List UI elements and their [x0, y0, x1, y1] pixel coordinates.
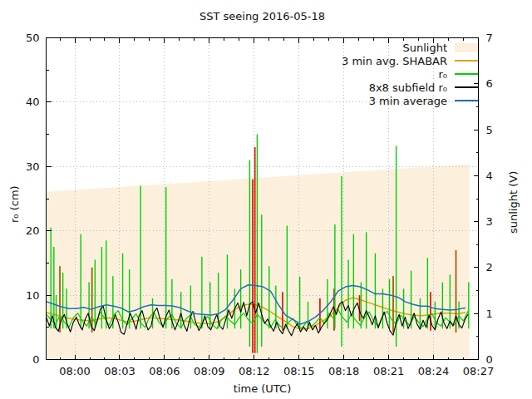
legend-label-r0: r₀ — [438, 68, 447, 81]
y-right-tick-label: 0 — [486, 353, 493, 366]
legend-label-shabar: 3 min avg. SHABAR — [342, 55, 447, 67]
legend-entry-sunlight: Sunlight — [342, 41, 478, 54]
x-tick-label: 08:12 — [239, 365, 269, 377]
legend: Sunlight 3 min avg. SHABAR r₀ 8x8 subfie… — [342, 41, 478, 107]
legend-swatch-subfield-r0 — [455, 86, 478, 88]
x-tick-label: 08:03 — [104, 365, 135, 377]
x-tick-label: 08:00 — [59, 365, 90, 377]
y-right-tick-label: 1 — [486, 308, 493, 320]
y-left-tick-label: 20 — [26, 224, 40, 237]
y-left-tick-label: 0 — [32, 353, 39, 366]
legend-swatch-3min-average — [455, 100, 478, 101]
legend-entry-subfield-r0: 8x8 subfield r₀ — [342, 81, 478, 94]
legend-swatch-shabar — [455, 60, 478, 62]
x-axis-label: time (UTC) — [0, 382, 525, 395]
y-right-tick-label: 3 — [486, 215, 493, 228]
legend-swatch-sunlight — [455, 43, 478, 52]
y-left-tick-label: 50 — [26, 32, 40, 44]
x-tick-label: 08:24 — [418, 365, 449, 377]
y-right-tick-label: 5 — [486, 124, 493, 136]
y-right-tick-label: 2 — [486, 261, 493, 273]
legend-entry-3min-average: 3 min average — [342, 94, 478, 107]
x-tick-label: 08:18 — [328, 365, 359, 377]
y-axis-label-right: sunlight (V) — [507, 171, 520, 234]
seeing-chart-figure: 08:0008:0308:0608:0908:1208:1508:1808:21… — [0, 0, 532, 399]
sunlight-area — [47, 165, 470, 360]
legend-swatch-r0 — [455, 73, 478, 75]
legend-entry-r0: r₀ — [342, 67, 478, 81]
y-left-tick-label: 10 — [26, 289, 40, 302]
legend-entry-shabar: 3 min avg. SHABAR — [342, 54, 478, 67]
legend-label-sunlight: Sunlight — [402, 42, 447, 54]
y-right-tick-label: 4 — [486, 170, 493, 182]
x-tick-label: 08:15 — [283, 365, 314, 377]
y-left-tick-label: 30 — [26, 160, 40, 173]
x-tick-label: 08:09 — [194, 365, 224, 377]
y-right-tick-label: 7 — [486, 32, 493, 44]
x-tick-label: 08:27 — [463, 365, 494, 377]
y-left-tick-label: 40 — [26, 96, 40, 108]
x-tick-label: 08:21 — [373, 365, 404, 377]
legend-label-3min-average: 3 min average — [369, 95, 447, 107]
legend-label-subfield-r0: 8x8 subfield r₀ — [369, 81, 447, 94]
y-axis-label-left: r₀ (cm) — [8, 185, 21, 223]
y-right-tick-label: 6 — [486, 77, 493, 90]
chart-title: SST seeing 2016-05-18 — [0, 10, 525, 22]
x-tick-label: 08:06 — [149, 365, 180, 377]
